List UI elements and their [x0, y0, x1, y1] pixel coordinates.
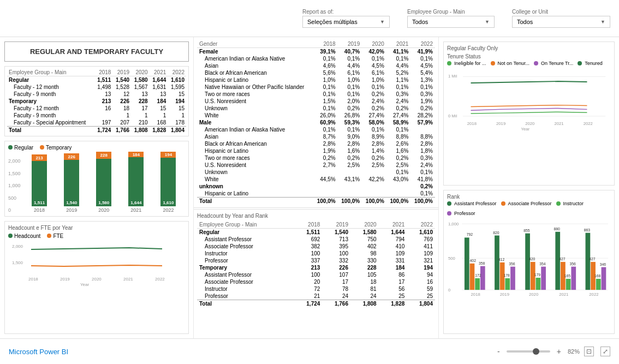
zoom-slider[interactable]: [507, 350, 550, 353]
reg-bar: 1,540: [64, 160, 79, 206]
svg-text:420: 420: [529, 257, 535, 261]
reg-bar: 1,511: [32, 161, 47, 206]
expand-icon[interactable]: ⤢: [600, 347, 610, 356]
table-row: Total1,7241,7661,8081,8281,804: [197, 300, 435, 308]
table-row: Hispanic or Latino0,1%: [197, 190, 435, 198]
zoom-icons: ⊡ ⤢: [584, 347, 610, 356]
power-bi-link[interactable]: Microsoft Power BI: [9, 348, 68, 356]
svg-text:346: 346: [600, 262, 606, 266]
bar-stack: 2281,580: [96, 152, 111, 206]
svg-text:356: 356: [509, 262, 515, 266]
report-as-of-value: Seleções múltiplas: [307, 19, 358, 25]
table-row: Faculty - 12 month1618171515: [7, 105, 186, 112]
svg-text:1,000: 1,000: [448, 222, 459, 226]
table-row: Male60,9%59,3%58,0%58,9%57,9%: [197, 119, 435, 126]
employee-group-dropdown[interactable]: Todos ▼: [407, 16, 495, 28]
temp-bar: 213: [32, 154, 47, 161]
table-row: Total100,0%100,0%100,0%100,0%100,0%: [197, 198, 435, 205]
svg-rect-62: [596, 279, 601, 290]
bar-year-label: 2020: [98, 207, 109, 213]
fit-screen-icon[interactable]: ⊡: [584, 347, 594, 356]
table-row: Assistant Professor692713750794769: [197, 236, 435, 243]
college-unit-label: College or Unit: [512, 9, 610, 15]
tenure-subtitle: Tenure Status: [447, 53, 611, 59]
col-header-2021: 2021: [150, 69, 168, 76]
svg-text:2020: 2020: [525, 121, 534, 126]
bar-chart-groups: 2131,51120182261,54020192281,58020201841…: [23, 153, 185, 213]
svg-rect-24: [465, 237, 469, 290]
table-row: Faculty - 12 month1,4981,5281,5671,6311,…: [7, 83, 186, 91]
table-row: Regular1,5111,5401,5801,6441,610: [7, 76, 186, 84]
plus-button[interactable]: +: [555, 347, 563, 356]
rank-title: Rank: [447, 194, 611, 200]
bar-group: 2131,5112018: [25, 154, 54, 213]
col-header-group: Employee Group - Main: [7, 69, 94, 76]
tenure-title: Regular Faculty Only: [447, 45, 611, 51]
table-row: Instructor7278815659: [197, 285, 435, 293]
svg-text:0: 0: [448, 288, 450, 293]
college-unit-dropdown[interactable]: Todos ▼: [512, 16, 610, 28]
zoom-controls: - + 82% ⊡ ⤢: [495, 347, 610, 356]
temp-bar: 226: [64, 153, 79, 160]
employee-group-value: Todos: [412, 19, 428, 25]
svg-text:2021: 2021: [123, 277, 133, 282]
zoom-slider-thumb[interactable]: [533, 348, 539, 355]
table-row: Professor337332330331321: [197, 257, 435, 264]
chevron-down-icon: ▼: [485, 19, 490, 25]
svg-rect-33: [495, 235, 499, 290]
svg-rect-63: [602, 267, 606, 290]
headcount-rank-title: Headcount by Year and Rank: [197, 213, 435, 219]
svg-rect-27: [480, 266, 485, 290]
table-row: Assistant Professor1001071058694: [197, 271, 435, 278]
svg-text:2022: 2022: [589, 292, 598, 297]
y-axis: 2,000 1,500 1,000 500 0: [8, 158, 21, 213]
svg-text:358: 358: [479, 261, 485, 265]
svg-text:2018: 2018: [467, 121, 477, 126]
svg-text:178: 178: [504, 273, 510, 277]
temp-bar: 194: [160, 152, 176, 158]
svg-rect-35: [505, 278, 510, 290]
svg-rect-60: [586, 233, 591, 290]
svg-text:863: 863: [584, 228, 591, 232]
svg-text:2021: 2021: [554, 121, 563, 126]
svg-text:2019: 2019: [500, 292, 509, 297]
svg-text:855: 855: [523, 229, 530, 232]
bar-chart-legend: Regular Temporary: [8, 145, 185, 151]
svg-rect-54: [571, 267, 576, 290]
table-row: Instructor10010098109109: [197, 250, 435, 257]
svg-text:2,000: 2,000: [12, 244, 23, 249]
table-row: American Indian or Alaska Native0,1%0,1%…: [197, 55, 435, 62]
bar-group: 1941,6102022: [154, 152, 183, 213]
bar-group: 2281,5802020: [90, 152, 118, 213]
bar-group: 1841,6442021: [122, 152, 151, 213]
minus-button[interactable]: -: [495, 347, 502, 356]
tenure-chart-box: Regular Faculty Only Tenure Status Ineli…: [443, 41, 615, 186]
fte-legend: FTE: [47, 233, 63, 239]
svg-text:2019: 2019: [496, 121, 505, 126]
table-row: U.S. Nonresident2,7%2,5%2,5%2,5%2,4%: [197, 162, 435, 169]
svg-text:427: 427: [589, 257, 596, 261]
svg-text:500: 500: [448, 256, 455, 261]
headcount-fte-title: Headcount e FTE por Year: [8, 225, 185, 231]
rank-svg: 1,000 500 0 792 402 172: [447, 216, 611, 303]
temporary-legend-item: Temporary: [40, 145, 72, 151]
tenure-legend: Ineligible for ... Not on Tenur... On Te…: [447, 61, 611, 66]
zoom-value: 82%: [568, 348, 580, 355]
svg-rect-25: [470, 264, 475, 290]
svg-rect-44: [536, 278, 541, 290]
main-container: Report as of: Seleções múltiplas ▼ Emplo…: [0, 0, 619, 338]
svg-text:820: 820: [493, 231, 499, 235]
employee-group-table: Employee Group - Main 2018 2019 2020 202…: [7, 69, 186, 134]
employee-group-label: Employee Group - Main: [407, 9, 495, 15]
report-as-of-filter: Report as of: Seleções múltiplas ▼: [302, 9, 390, 28]
college-unit-value: Todos: [517, 19, 533, 25]
svg-text:168: 168: [594, 274, 601, 278]
report-as-of-dropdown[interactable]: Seleções múltiplas ▼: [302, 16, 390, 28]
table-row: Total1,7241,7661,8081,8281,804: [7, 127, 186, 134]
svg-text:2022: 2022: [584, 121, 593, 126]
rank-legend: Assistant Professor Associate Professor …: [447, 201, 611, 216]
bar-chart-box: Regular Temporary 2,000 1,500 1,000 500 …: [4, 141, 189, 217]
svg-rect-36: [510, 267, 515, 290]
table-row: Asian8,7%9,0%8,9%8,8%8,8%: [197, 133, 435, 140]
table-row: Faculty - 9 month1111: [7, 112, 186, 119]
